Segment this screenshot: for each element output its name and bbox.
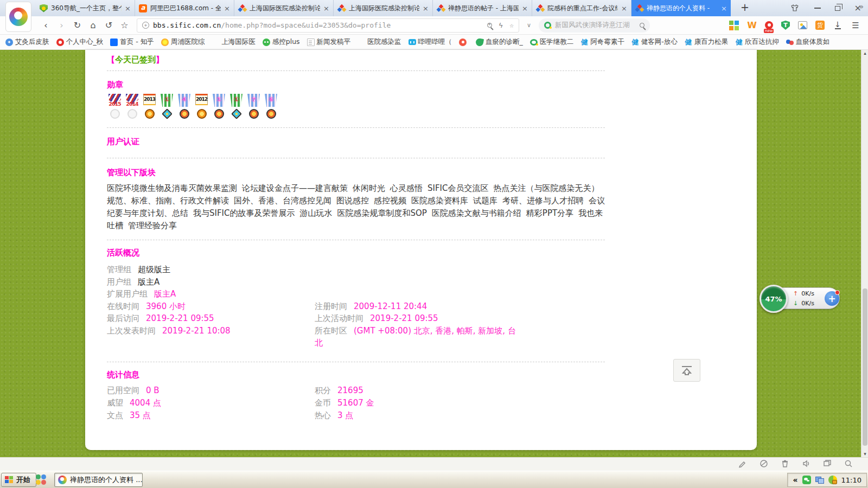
download-icon[interactable]: ↓ [833, 21, 843, 30]
scroll-up-icon[interactable]: ▴ [861, 50, 868, 56]
browser-tab[interactable]: 院感科的重点工作-会议纪 × [532, 0, 631, 16]
speaker-icon[interactable] [802, 459, 810, 468]
medal-icon[interactable]: 2012 [194, 94, 209, 119]
site-security-icon[interactable]: + [142, 22, 149, 29]
start-button[interactable]: 开始 [1, 473, 36, 487]
board-link[interactable]: 医院感染资料库 [411, 196, 468, 206]
medal-icon[interactable]: ① [228, 94, 244, 119]
antivirus-tray-icon[interactable] [828, 476, 837, 484]
medal-icon[interactable]: ⑦ [246, 94, 261, 119]
board-link[interactable]: 医院感染规章制度和SOP [337, 208, 426, 218]
board-link[interactable]: 国外、香港、台湾感控见闻 [234, 196, 331, 206]
home-button[interactable]: ⌂ [85, 20, 101, 30]
bookmark-item[interactable]: 血瘀体质如 [786, 37, 830, 47]
board-link[interactable]: SIFIC会员交流区 [427, 183, 488, 193]
browser-tab[interactable]: 禅静思语的个人资料 - × [631, 0, 731, 16]
board-link[interactable]: 医院环境微生物及消毒灭菌效果监测 [107, 183, 237, 193]
browser-tab[interactable]: 禅静思语的帖子 - 上海国 × [433, 0, 532, 16]
url-dropdown-icon[interactable]: ∨ [527, 22, 531, 29]
medal-icon[interactable]: 2015 [107, 94, 123, 119]
board-link[interactable]: 感控视频 [374, 196, 406, 206]
bookmark-item[interactable]: 上海国际医 [212, 37, 256, 47]
board-link[interactable]: 精彩PPT分享 [526, 208, 573, 218]
back-button[interactable]: ‹ [38, 20, 54, 30]
tab-close-icon[interactable]: × [224, 4, 230, 12]
menu-hamburger-icon[interactable]: ☰ [851, 21, 860, 30]
bookmark-item[interactable]: 感控plus [263, 37, 300, 47]
medal-icon[interactable]: 2013 [142, 94, 157, 119]
search-box[interactable]: 新国风武侠演绎诗意江湖 [539, 18, 650, 33]
page-scrollbar[interactable]: ▴ ▾ [861, 50, 868, 457]
memory-percent-ball[interactable]: 47% [760, 285, 788, 313]
bookmark-star-icon[interactable]: ☆ [509, 21, 514, 29]
quick-launch-icon[interactable] [36, 474, 47, 485]
board-link[interactable]: 试题库 [473, 196, 497, 206]
tab-close-icon[interactable]: × [125, 4, 131, 12]
favorite-star-button[interactable]: ☆ [117, 20, 132, 30]
screenshot-icon[interactable] [798, 21, 807, 29]
magnifier-icon[interactable] [844, 459, 853, 468]
board-link[interactable]: 心灵感悟 [390, 183, 423, 193]
trash-icon[interactable] [781, 459, 789, 468]
bookmark-item[interactable]: 首页 - 知乎 [110, 37, 154, 47]
board-link[interactable]: 图说感控 [336, 196, 369, 206]
bookmarks-overflow-icon[interactable]: » [859, 2, 864, 11]
lightning-speed-icon[interactable]: ϟ [499, 21, 503, 29]
browser-tab[interactable]: 上海国际医院感染控制论 × [334, 0, 433, 16]
bookmark-item[interactable]: 新闻发稿平 [307, 37, 351, 47]
apps-grid-icon[interactable] [729, 21, 739, 30]
bookmark-item[interactable]: 哔哩哔哩（ [409, 37, 452, 47]
forward-button[interactable]: › [54, 20, 69, 30]
medal-icon[interactable]: 2014 [124, 94, 140, 119]
tab-close-icon[interactable]: × [621, 4, 627, 12]
board-link[interactable]: 规范、标准、指南、行政文件解读 [107, 196, 229, 206]
recently-closed-button[interactable]: ↺ [101, 20, 117, 30]
tray-collapse-icon[interactable]: « [793, 476, 797, 484]
board-link[interactable]: 管理经验分享 [128, 221, 177, 230]
bookmark-item[interactable]: 血瘀的诊断_ [476, 37, 523, 47]
bookmark-item[interactable]: 艾灸后皮肤 [5, 37, 49, 47]
board-link[interactable]: 考研、进修与人才招聘 [502, 196, 584, 206]
board-link[interactable]: 游山玩水 [299, 208, 332, 218]
minimize-icon[interactable] [814, 8, 821, 9]
split-window-icon[interactable] [823, 459, 832, 468]
tab-close-icon[interactable]: × [323, 4, 329, 12]
network-tray-icon[interactable] [815, 476, 824, 484]
scrollbar-thumb[interactable] [863, 288, 867, 446]
back-to-top-button[interactable] [673, 359, 700, 382]
scroll-down-icon[interactable]: ▾ [861, 451, 868, 457]
zoom-page-icon[interactable] [487, 21, 492, 29]
reload-button[interactable]: ↻ [69, 20, 85, 30]
browser-logo-button[interactable] [5, 2, 31, 32]
location-pin-icon[interactable]: new [765, 21, 773, 29]
board-link[interactable]: 我与SIFIC的故事及荣誉展示 [193, 208, 295, 218]
browser-tab[interactable]: 阿里巴巴1688.com - 全球 × [135, 0, 234, 16]
taskbar-window-button[interactable]: 禅静思语的个人资料 ... [54, 473, 143, 487]
skin-shirt-icon[interactable] [789, 4, 800, 12]
speed-widget[interactable]: 47% ↑0K/s ↓0K/s + [760, 285, 841, 313]
globe-adblock-icon[interactable] [760, 459, 768, 468]
bookmark-item[interactable]: 康百力松果 [685, 37, 729, 47]
board-link[interactable]: 休闲时光 [353, 183, 385, 193]
bookmark-item[interactable]: 医学继教二 [530, 37, 574, 47]
search-icon[interactable] [640, 23, 644, 28]
wechat-tray-icon[interactable] [802, 476, 811, 484]
browser-tab[interactable]: 360导航_一个主页，整个 × [36, 0, 135, 16]
medal-icon[interactable]: ① [159, 94, 175, 119]
tab-close-icon[interactable]: × [721, 4, 727, 12]
medal-icon[interactable]: ⑥ [263, 94, 279, 119]
browser-tab[interactable]: 上海国际医院感染控制论 × [234, 0, 334, 16]
bookmark-item[interactable]: 医院感染监 [358, 37, 401, 47]
board-link[interactable]: 论坛建设金点子——建言献策 [242, 183, 348, 193]
bookmark-item[interactable]: 欣百达抗抑 [735, 37, 779, 47]
medal-icon[interactable]: ① [211, 94, 227, 119]
shopping-huo-icon[interactable]: 货 [815, 21, 825, 30]
tab-close-icon[interactable]: × [522, 4, 528, 12]
board-link[interactable]: 医院感染文献与书籍介绍 [432, 208, 521, 218]
security-shield-icon[interactable]: T [781, 21, 790, 30]
board-link[interactable]: 热点关注（与医院感染无关） [493, 183, 599, 193]
medal-icon[interactable]: ④ [176, 94, 192, 119]
bookmark-item[interactable]: 周浦医院综 [161, 37, 205, 47]
bookmark-item[interactable] [459, 38, 469, 46]
restore-icon[interactable] [835, 6, 840, 11]
